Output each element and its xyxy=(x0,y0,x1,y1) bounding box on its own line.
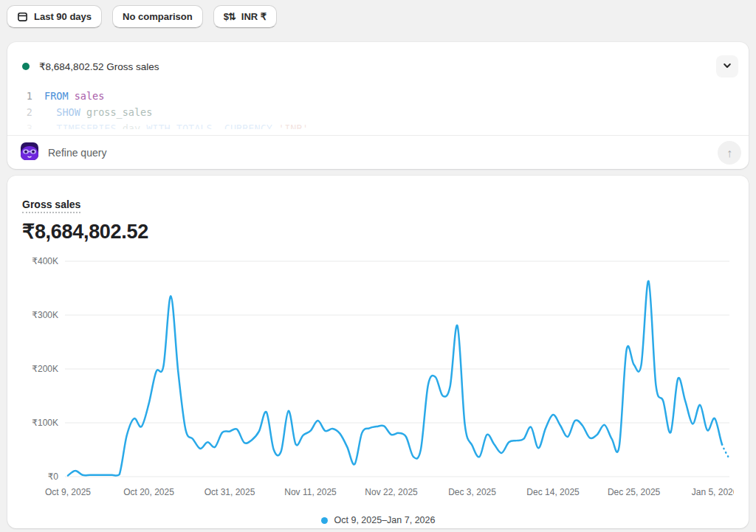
legend-label: Oct 9, 2025–Jan 7, 2026 xyxy=(334,515,436,525)
x-axis-label: Oct 31, 2025 xyxy=(205,487,255,497)
sidekick-icon xyxy=(21,142,38,163)
code-token: CURRENCY xyxy=(224,120,278,129)
shopifyql-editor[interactable]: 1FROM sales2 SHOW gross_sales3 TIMESERIE… xyxy=(7,82,749,129)
comparison-label: No comparison xyxy=(123,11,193,22)
legend-dot xyxy=(321,517,328,524)
filters-toolbar: Last 90 days No comparison $⇅ INR ₹ xyxy=(0,0,756,33)
metric-status-dot xyxy=(22,63,30,70)
x-axis-label: Nov 22, 2025 xyxy=(365,487,418,497)
y-axis-label: ₹200K xyxy=(32,364,58,374)
gross-sales-card: Gross sales ₹8,684,802.52 ₹0₹100K₹200K₹3… xyxy=(7,176,749,528)
chevron-down-icon xyxy=(722,61,732,73)
y-axis-label: ₹300K xyxy=(32,310,58,320)
date-range-label: Last 90 days xyxy=(34,11,92,22)
line-chart[interactable]: ₹0₹100K₹200K₹300K₹400KOct 9, 2025Oct 20,… xyxy=(22,254,734,505)
code-token xyxy=(44,104,56,120)
refine-query-input[interactable]: Refine query xyxy=(48,147,718,159)
date-range-button[interactable]: Last 90 days xyxy=(7,5,102,28)
line-number: 2 xyxy=(24,104,32,120)
collapse-query-button[interactable] xyxy=(716,55,738,77)
line-number: 1 xyxy=(24,88,32,104)
arrow-up-icon: ↑ xyxy=(726,147,732,159)
submit-query-button[interactable]: ↑ xyxy=(718,141,741,165)
comparison-button[interactable]: No comparison xyxy=(112,5,203,28)
x-axis-label: Jan 5, 2026 xyxy=(692,487,734,497)
code-token: sales xyxy=(75,88,105,104)
code-token xyxy=(44,120,56,129)
code-line: 1FROM sales xyxy=(24,88,749,104)
code-line: 2 SHOW gross_sales xyxy=(24,104,749,120)
x-axis-label: Oct 20, 2025 xyxy=(123,487,174,497)
x-axis-label: Oct 9, 2025 xyxy=(45,487,91,497)
y-axis-label: ₹400K xyxy=(32,256,58,266)
chart-total-value: ₹8,684,802.52 xyxy=(22,220,734,243)
currency-button[interactable]: $⇅ INR ₹ xyxy=(213,5,277,28)
x-axis-label: Nov 11, 2025 xyxy=(284,487,337,497)
y-axis-label: ₹0 xyxy=(48,471,59,482)
query-summary-text: ₹8,684,802.52 Gross sales xyxy=(39,61,716,72)
x-axis-label: Dec 3, 2025 xyxy=(448,487,496,497)
series-line xyxy=(68,281,722,476)
currency-exchange-icon: $⇅ xyxy=(224,11,236,22)
query-summary-row: ₹8,684,802.52 Gross sales xyxy=(7,42,749,82)
code-token: 'INR' xyxy=(278,120,309,129)
chart-legend: Oct 9, 2025–Jan 7, 2026 xyxy=(22,515,734,525)
code-token: TIMESERIES xyxy=(56,120,122,129)
code-token: SHOW xyxy=(56,104,86,120)
currency-label: INR ₹ xyxy=(241,11,267,22)
calendar-icon xyxy=(17,11,28,22)
code-token: TOTALS, xyxy=(176,120,224,129)
series-line-incomplete xyxy=(722,444,729,459)
refine-query-row: Refine query ↑ xyxy=(7,135,749,169)
code-token: FROM xyxy=(44,88,75,104)
x-axis-label: Dec 25, 2025 xyxy=(608,487,661,497)
code-line: 3 TIMESERIES day WITH TOTALS, CURRENCY '… xyxy=(24,120,749,129)
chart-title[interactable]: Gross sales xyxy=(22,198,80,213)
x-axis-label: Dec 14, 2025 xyxy=(526,487,580,497)
line-number: 3 xyxy=(24,120,32,129)
chart-canvas: ₹0₹100K₹200K₹300K₹400KOct 9, 2025Oct 20,… xyxy=(22,254,734,502)
code-token: WITH xyxy=(146,120,176,129)
code-token: gross_sales xyxy=(86,104,152,120)
y-axis-label: ₹100K xyxy=(32,418,58,428)
code-token: day xyxy=(123,120,147,129)
query-panel: ₹8,684,802.52 Gross sales 1FROM sales2 S… xyxy=(7,42,749,169)
